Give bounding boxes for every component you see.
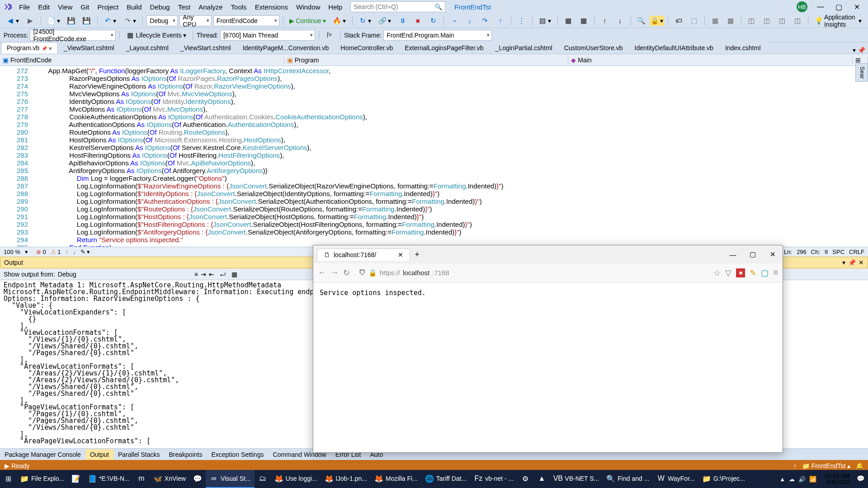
menu-window[interactable]: Window (292, 2, 324, 12)
doc-tab[interactable]: _LoginPartial.cshtml (490, 42, 558, 54)
system-tray[interactable]: ▲☁🔊📶 (775, 476, 821, 483)
taskbar-item[interactable]: 📘*E:\VB-N... (84, 470, 133, 488)
output-wrap-icon[interactable]: ⮐ (220, 271, 226, 278)
thread-combo[interactable]: [8700] Main Thread (220, 30, 315, 41)
menu-test[interactable]: Test (175, 2, 194, 12)
output-source-combo[interactable]: Debug (58, 271, 189, 278)
status-git-icon[interactable]: ↑ (793, 462, 797, 469)
output-clear-icon[interactable]: ≡ (194, 271, 198, 278)
browser-close-button[interactable]: ✕ (763, 245, 783, 263)
flag-icon[interactable]: 🏳 (323, 30, 336, 40)
doc-tab[interactable]: IdentityDefaultUIAttribute.vb (629, 42, 719, 54)
nav-bookmark-button[interactable]: ⬚ (687, 16, 701, 26)
nav-forward-button[interactable]: ▶ (24, 16, 37, 26)
taskbar-item[interactable]: 🦊Mozilla Fi... (371, 470, 421, 488)
bookmark-button[interactable]: 🏷 (672, 16, 685, 26)
ext2-icon[interactable]: ✎ (750, 268, 756, 278)
new-tab-button[interactable]: + (415, 250, 420, 259)
config-combo[interactable]: Debug (146, 15, 178, 26)
output-toggle-icon[interactable]: ▦ (231, 271, 237, 278)
doc-tab[interactable]: _ViewStart.cshtml (175, 42, 237, 54)
menu-edit[interactable]: Edit (34, 2, 53, 12)
taskbar-item[interactable]: 🗂 (255, 470, 271, 488)
menu-file[interactable]: File (15, 2, 33, 12)
menu-view[interactable]: View (54, 2, 76, 12)
status-bell-icon[interactable]: 🔔 (856, 462, 863, 469)
doc-tab[interactable]: Index.cshtml (719, 42, 767, 54)
bottom-tab[interactable]: Parallel Stacks (113, 449, 165, 460)
taskbar-item[interactable]: 🦊lJob-1.pn... (321, 470, 371, 488)
menu-build[interactable]: Build (123, 2, 145, 12)
show-next-statement-button[interactable]: → (448, 16, 461, 26)
tray-icon[interactable]: 📶 (809, 476, 816, 483)
restart-button[interactable]: ↻▾ (356, 16, 374, 26)
doc-tab[interactable]: CustomUserStore.vb (558, 42, 629, 54)
taskbar-item[interactable]: m (133, 470, 150, 488)
doc-tab[interactable]: HomeController.vb (335, 42, 399, 54)
save-button[interactable]: 💾 (65, 16, 78, 26)
doc-tab[interactable]: Program.vb 📌 ✕ (1, 42, 58, 54)
taskbar-item[interactable]: 🔍Find and ... (603, 470, 653, 488)
restore-button[interactable]: ▢ (831, 1, 846, 12)
line-ending[interactable]: CRLF (849, 249, 864, 255)
refresh-icon[interactable]: ↻ (426, 16, 440, 26)
hot-reload-button[interactable]: 🔥▾ (330, 16, 349, 26)
stop-button[interactable]: ■ (411, 16, 425, 26)
doc-tab[interactable]: _Layout.cshtml (120, 42, 175, 54)
back-icon[interactable]: ← (318, 268, 326, 277)
nav-back-button[interactable]: ◀▾ (4, 16, 22, 26)
user-avatar[interactable]: HB (797, 1, 807, 12)
output-indent-icon[interactable]: ⇥ (201, 271, 206, 278)
up-arrow-button[interactable]: ↑ (598, 16, 612, 26)
step-out-button[interactable]: ↑ (494, 16, 507, 26)
nav-member-combo[interactable]: ◆ Main (568, 56, 853, 64)
step-over-button[interactable]: ↷ (478, 16, 492, 26)
nav-type-combo[interactable]: ▣ Program (284, 56, 569, 64)
output-pin-icon[interactable]: 📌 (848, 259, 856, 266)
menu-help[interactable]: Help (325, 2, 346, 12)
menu-analyze[interactable]: Analyze (195, 2, 226, 12)
taskbar-item[interactable]: 📝 (68, 470, 84, 488)
reload-icon[interactable]: ↻ (343, 268, 350, 278)
marker1-icon[interactable]: ◫ (745, 16, 758, 26)
doc-tab[interactable]: _ViewStart.cshtml (58, 42, 120, 54)
code-area[interactable]: App.MapGet("/", Function(loggerFactory A… (32, 66, 868, 247)
quick-search[interactable]: 🔍 (350, 1, 445, 12)
ext1-icon[interactable]: ■ (736, 268, 745, 277)
taskbar-item[interactable]: Fzvb-net - ... (470, 470, 517, 488)
taskbar-item[interactable]: ▲ (533, 470, 550, 488)
nav-split-button[interactable]: ⊞ (853, 56, 868, 64)
comment-button[interactable]: ▤▾ (536, 16, 554, 26)
tab-overflow-icon[interactable]: ▾ (853, 47, 856, 54)
doc-tab[interactable]: ExternalLoginsPageFilter.vb (399, 42, 489, 54)
output-close-icon[interactable]: ✕ (859, 259, 864, 266)
lifecycle-events-button[interactable]: ▦ Lifecycle Events ▾ (123, 30, 189, 40)
taskbar-item[interactable]: 💬 (189, 470, 206, 488)
browser-tab[interactable]: 🗋 localhost:7168/ ✕ (317, 249, 410, 261)
toggle2-button[interactable]: ▦ (577, 16, 590, 26)
taskbar-item[interactable]: ⊞ (0, 470, 16, 488)
stackframe-combo[interactable]: FrontEnd.Program.Main (383, 30, 492, 41)
zoom-level[interactable]: 100 % (4, 249, 20, 255)
close-button[interactable]: ✕ (849, 1, 864, 12)
down-arrow-button[interactable]: ↓ (613, 16, 627, 26)
intellisense-icon[interactable]: ⋮ (515, 16, 528, 26)
menu-tools[interactable]: Tools (227, 2, 250, 12)
bookmark-star-icon[interactable]: ☆ (713, 268, 721, 278)
startup-combo[interactable]: FrontEndCode (213, 15, 279, 26)
grid-icon[interactable]: ▦ (708, 16, 722, 26)
menu-project[interactable]: Project (94, 2, 122, 12)
url-bar[interactable]: ⛉ 🔒 https://localhost:7168 (354, 269, 709, 277)
taskbar-item[interactable]: 📁File Explo... (16, 470, 68, 488)
marker2-icon[interactable]: ◫ (760, 16, 774, 26)
tab-pin-icon[interactable]: 📌 (858, 47, 865, 54)
taskbar-item[interactable]: VBVB-NET S... (550, 470, 603, 488)
taskbar-item[interactable]: 📁G:\Projec... (698, 470, 749, 488)
tray-icon[interactable]: ▲ (779, 476, 785, 483)
browser-link-button[interactable]: 🔗▾ (376, 16, 394, 26)
step-into-button[interactable]: ↓ (463, 16, 476, 26)
taskbar-item[interactable]: 🌐Tariff Dat... (421, 470, 470, 488)
browser-minimize-button[interactable]: — (723, 245, 743, 263)
search-tool-tab[interactable]: Sear (855, 63, 868, 82)
marker3-icon[interactable]: ◫ (775, 16, 789, 26)
